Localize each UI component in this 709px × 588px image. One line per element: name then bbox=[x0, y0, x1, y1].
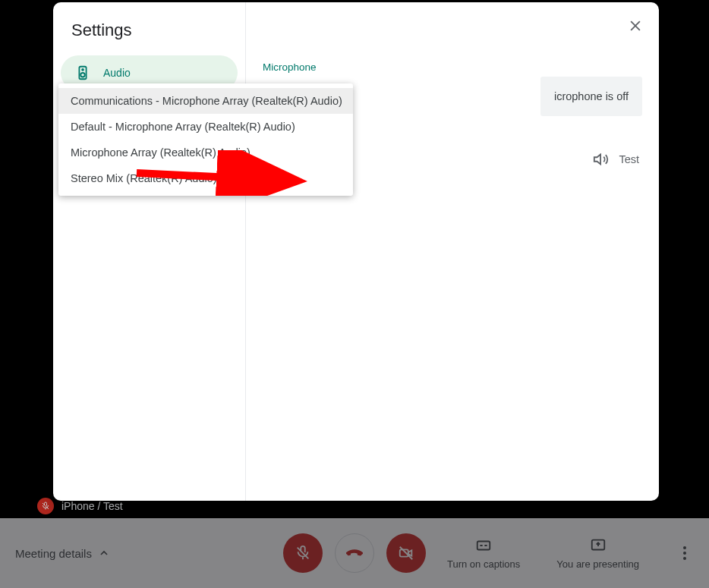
turn-on-captions-button[interactable]: Turn on captions bbox=[447, 537, 520, 570]
mic-off-hint-text: icrophone is off bbox=[554, 90, 629, 102]
present-icon bbox=[590, 537, 607, 554]
meeting-details-button[interactable]: Meeting details bbox=[15, 547, 110, 560]
settings-content: Microphone icrophone is off Test bbox=[246, 2, 659, 501]
svg-rect-1 bbox=[477, 541, 490, 549]
nav-audio-label: Audio bbox=[103, 67, 131, 79]
participant-name: iPhone / Test bbox=[61, 500, 123, 512]
mic-option-communications[interactable]: Communications - Microphone Array (Realt… bbox=[58, 88, 353, 114]
captions-label: Turn on captions bbox=[447, 558, 520, 570]
mic-option-default[interactable]: Default - Microphone Array (Realtek(R) A… bbox=[58, 114, 353, 140]
settings-sidebar: Settings Audio Video General bbox=[53, 2, 246, 501]
mic-off-hint: icrophone is off bbox=[540, 77, 642, 116]
settings-title: Settings bbox=[61, 17, 238, 55]
toggle-mic-button[interactable] bbox=[283, 533, 323, 573]
chevron-up-icon bbox=[98, 547, 110, 559]
captions-icon bbox=[475, 537, 492, 554]
microphone-label: Microphone bbox=[263, 61, 635, 73]
right-controls: Turn on captions You are presenting bbox=[447, 537, 694, 570]
close-icon bbox=[628, 18, 643, 33]
more-options-button[interactable] bbox=[676, 544, 694, 562]
presenting-button[interactable]: You are presenting bbox=[556, 537, 639, 570]
bottom-toolbar: Meeting details Turn on captions You are… bbox=[0, 518, 709, 588]
meeting-details-label: Meeting details bbox=[15, 547, 92, 560]
mic-off-icon bbox=[37, 498, 54, 514]
mic-option-stereo-mix[interactable]: Stereo Mix (Realtek(R) Audio) bbox=[58, 165, 353, 191]
close-button[interactable] bbox=[622, 13, 648, 39]
hang-up-button[interactable] bbox=[335, 533, 374, 573]
volume-icon bbox=[593, 151, 610, 168]
test-speaker-button[interactable]: Test bbox=[593, 151, 639, 168]
settings-modal: Settings Audio Video General Microphone … bbox=[53, 2, 659, 501]
call-controls bbox=[283, 533, 426, 573]
svg-marker-9 bbox=[594, 155, 600, 165]
speaker-icon bbox=[74, 64, 91, 81]
svg-point-5 bbox=[82, 69, 84, 71]
microphone-dropdown[interactable]: Communications - Microphone Array (Realt… bbox=[58, 83, 353, 196]
svg-point-4 bbox=[80, 73, 85, 77]
mic-option-array[interactable]: Microphone Array (Realtek(R) Audio) bbox=[58, 140, 353, 165]
presenting-label: You are presenting bbox=[556, 558, 639, 570]
test-label: Test bbox=[619, 153, 639, 165]
toggle-camera-button[interactable] bbox=[386, 533, 426, 573]
